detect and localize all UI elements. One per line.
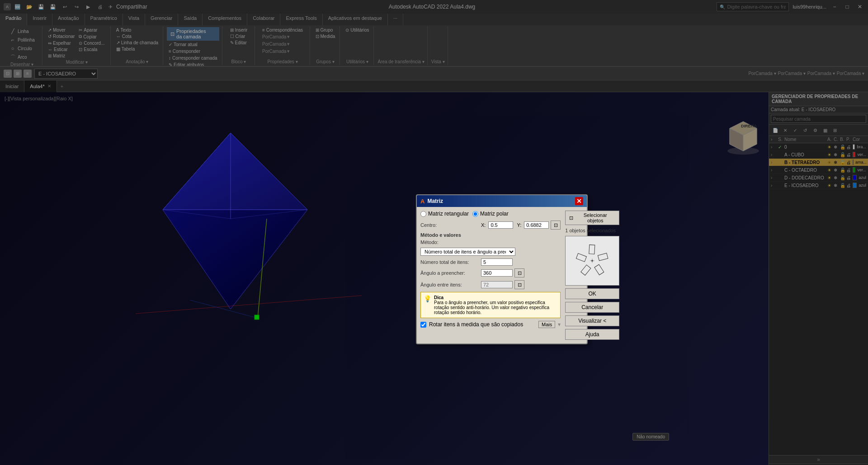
radio-polar-input[interactable]: [472, 211, 478, 217]
modal-close-btn[interactable]: ✕: [575, 197, 583, 205]
more-btn[interactable]: Mais: [538, 321, 555, 328]
method-row: Método:: [420, 240, 561, 245]
fill-angle-label: Ângulo a preencher:: [420, 270, 479, 276]
center-x-label: X:: [481, 222, 486, 228]
method-section-label: Método e valores: [420, 232, 561, 238]
radio-polar-label: Matriz polar: [480, 211, 509, 217]
tip-label: Dica: [434, 295, 443, 300]
total-items-label: Número total de itens:: [420, 259, 479, 265]
center-y-input[interactable]: [524, 221, 549, 229]
modal-title-label: Matriz: [427, 198, 443, 204]
radio-rectangular[interactable]: Matriz retangular: [420, 211, 469, 217]
select-icon: ⊡: [569, 215, 573, 221]
rotate-checkbox-row: Rotar itens à medida que são copiados Ma…: [420, 321, 561, 328]
modal-body: Matriz retangular Matriz polar Centro: X…: [417, 207, 587, 343]
svg-rect-30: [576, 254, 587, 262]
select-objects-label: Selecionar objetos: [575, 212, 615, 223]
total-items-input[interactable]: [481, 258, 513, 266]
method-select-row: Número total de itens e ângulo a preench…: [420, 248, 561, 256]
radio-polar[interactable]: Matriz polar: [472, 211, 509, 217]
radio-rectangular-label: Matriz retangular: [428, 211, 469, 217]
center-label: Centro:: [420, 222, 479, 228]
modal-preview: [565, 236, 619, 286]
modal-right: ⊡ Selecionar objetos 1 objetos seleciona…: [565, 211, 619, 340]
rotate-checkbox[interactable]: [420, 322, 426, 328]
between-angle-input[interactable]: [481, 281, 513, 288]
pick-fill-angle-btn[interactable]: ⊡: [514, 268, 524, 277]
svg-rect-28: [594, 264, 604, 275]
tip-box: 💡 Dica Para o ângulo a preencher, um val…: [420, 292, 561, 318]
tip-text: Para o ângulo a preencher, um valor posi…: [434, 300, 549, 315]
between-angle-label: Ângulo entre itens:: [420, 282, 479, 287]
total-items-row: Número total de itens:: [420, 258, 561, 266]
modal-radio-row: Matriz retangular Matriz polar: [420, 211, 561, 217]
modal-form: Matriz retangular Matriz polar Centro: X…: [420, 211, 561, 340]
select-objects-btn[interactable]: ⊡ Selecionar objetos: [565, 211, 619, 225]
help-btn[interactable]: Ajuda: [565, 329, 619, 340]
tip-content: Dica Para o ângulo a preencher, um valor…: [434, 295, 557, 315]
tip-icon: 💡: [424, 295, 431, 302]
cancel-btn[interactable]: Cancelar: [565, 302, 619, 313]
preview-svg: [567, 238, 617, 283]
center-y-label: Y:: [517, 222, 521, 228]
svg-rect-29: [581, 265, 591, 275]
center-x-input[interactable]: [488, 221, 513, 229]
modal-center-row: Centro: X: Y: ⊡: [420, 221, 561, 230]
between-angle-row: Ângulo entre itens: ⊡: [420, 280, 561, 289]
modal-action-buttons: OK Cancelar Visualizar < Ajuda: [565, 288, 619, 340]
method-sublabel: Método:: [420, 240, 479, 245]
modal-titlebar: A Matriz ✕: [417, 195, 587, 207]
svg-point-26: [591, 260, 593, 262]
fill-angle-row: Ângulo a preencher: ⊡: [420, 268, 561, 277]
svg-rect-31: [589, 245, 595, 254]
pick-between-angle-btn[interactable]: ⊡: [514, 280, 524, 289]
selected-count: 1 objetos selecionados: [565, 228, 619, 233]
rotate-label: Rotar itens à medida que são copiados: [429, 321, 523, 328]
modal-dialog: A Matriz ✕ Matriz retangular Matriz pola…: [416, 194, 588, 344]
more-dropdown-icon: ▾: [558, 321, 561, 328]
radio-rectangular-input[interactable]: [420, 211, 426, 217]
preview-btn[interactable]: Visualizar <: [565, 315, 619, 326]
fill-angle-input[interactable]: [481, 269, 513, 277]
ok-btn[interactable]: OK: [565, 288, 619, 299]
method-select[interactable]: Número total de itens e ângulo a preench…: [420, 248, 515, 256]
svg-rect-27: [598, 253, 608, 261]
modal-title-area: A Matriz: [420, 198, 443, 205]
pick-center-btn[interactable]: ⊡: [551, 221, 561, 230]
modal-title-icon: A: [420, 198, 425, 205]
